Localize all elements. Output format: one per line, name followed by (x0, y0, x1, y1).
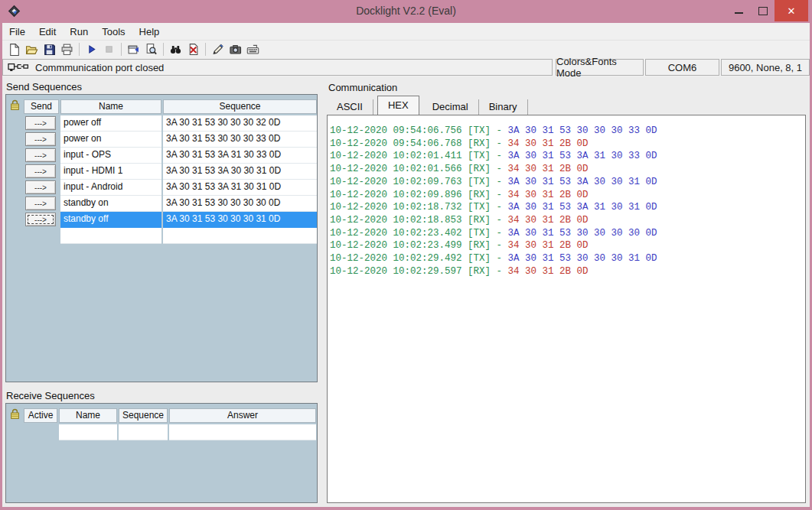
maximize-button[interactable] (751, 0, 774, 21)
log-bytes: 3A 30 31 53 3A 30 30 31 0D (508, 177, 657, 187)
sequence-name-cell[interactable]: power off (60, 115, 161, 132)
menu-item[interactable]: Run (63, 24, 95, 40)
toolbar-separator (121, 43, 122, 56)
send-sequences-label: Send Sequences (6, 81, 82, 93)
send-sequence-button[interactable]: ---> (25, 213, 56, 226)
notes-button[interactable] (210, 41, 226, 57)
sequence-hex-cell[interactable] (163, 228, 317, 244)
printer-icon (60, 43, 73, 56)
column-header-sequence: Sequence (119, 408, 168, 423)
log-bytes: 34 30 31 2B 0D (508, 138, 589, 149)
print-button[interactable] (59, 41, 75, 57)
project-settings-button[interactable] (126, 41, 142, 57)
sequence-hex-cell[interactable]: 3A 30 31 53 30 30 30 30 0D (163, 196, 317, 212)
log-bytes: 3A 30 31 53 30 30 30 30 0D (508, 228, 657, 239)
sequence-row: ---> power on 3A 30 31 53 30 30 30 33 0D (6, 132, 317, 148)
menu-item[interactable]: Help (132, 24, 167, 40)
sequence-row: ---> input - Android 3A 30 31 53 3A 31 3… (6, 180, 317, 196)
serial-connector-icon (8, 62, 29, 73)
communication-status-segment: Commmunication port closed (2, 59, 553, 76)
keyboard-icon (246, 43, 259, 56)
send-sequence-button[interactable]: ---> (25, 148, 56, 162)
com-settings-segment[interactable]: 9600, None, 8, 1 (721, 59, 810, 76)
send-sequence-button[interactable]: ---> (25, 180, 56, 194)
log-timestamp: 10-12-2020 10:02:29.597 [RX] - (330, 266, 508, 277)
find-button[interactable] (168, 41, 184, 57)
menu-item[interactable]: File (2, 24, 32, 40)
titlebar[interactable]: Docklight V2.2 (Eval) ✕ (0, 0, 812, 23)
log-bytes: 34 30 31 2B 0D (508, 266, 589, 277)
sequence-name-cell[interactable]: standby off (60, 212, 161, 228)
document-red-x-icon (187, 43, 200, 56)
send-sequence-button[interactable]: ---> (25, 197, 56, 210)
minimize-button[interactable] (727, 0, 751, 21)
communication-label: Communication (328, 82, 397, 93)
sequence-hex-cell[interactable]: 3A 30 31 53 3A 30 30 31 0D (163, 164, 317, 180)
receive-name-cell[interactable] (59, 424, 117, 440)
sequence-name-cell[interactable]: input - OPS (60, 148, 161, 164)
send-sequence-button[interactable]: ---> (25, 132, 56, 146)
log-timestamp: 10-12-2020 10:02:18.732 [TX] - (330, 202, 508, 213)
edit-mode-button[interactable] (143, 41, 159, 57)
close-button[interactable]: ✕ (774, 0, 808, 21)
send-sequence-button[interactable]: ---> (25, 164, 56, 178)
send-sequence-button[interactable]: ---> (25, 116, 56, 130)
log-bytes: 34 30 31 2B 0D (508, 215, 589, 226)
sequence-name-cell[interactable]: power on (60, 132, 161, 148)
column-header-name: Name (59, 408, 117, 423)
sequence-hex-cell[interactable]: 3A 30 31 53 3A 31 30 33 0D (163, 148, 317, 164)
menu-item[interactable]: Tools (95, 24, 132, 40)
sequence-hex-cell[interactable]: 3A 30 31 53 30 30 30 33 0D (163, 132, 317, 148)
sequence-row: ---> input - HDMI 1 3A 30 31 53 3A 30 30… (6, 164, 317, 180)
stop-communication-button[interactable] (101, 41, 117, 57)
receive-sequence-cell[interactable] (119, 424, 168, 440)
communication-tab[interactable]: HEX (377, 96, 419, 115)
save-button[interactable] (41, 41, 57, 57)
receive-answer-cell[interactable] (169, 424, 316, 440)
lock-icon (9, 99, 21, 114)
minimize-icon (735, 12, 743, 14)
communication-log[interactable]: 10-12-2020 09:54:06.756 [TX] - 3A 30 31 … (327, 115, 806, 503)
sequence-name-cell[interactable]: input - HDMI 1 (60, 164, 161, 180)
toolbar-separator (163, 43, 164, 56)
sequence-hex-cell[interactable]: 3A 30 31 53 30 30 30 31 0D (163, 212, 317, 228)
log-line: 10-12-2020 10:02:29.492 [TX] - 3A 30 31 … (330, 252, 805, 265)
sequence-name-cell[interactable] (60, 228, 161, 244)
communication-tab[interactable]: Decimal (422, 99, 479, 115)
com-port-segment[interactable]: COM6 (645, 59, 719, 76)
save-floppy-icon (43, 43, 56, 56)
communication-tab[interactable]: Binary (479, 99, 528, 115)
receive-sequences-label: Receive Sequences (6, 390, 95, 401)
communication-tab[interactable]: ASCII (327, 99, 373, 115)
sequence-hex-cell[interactable]: 3A 30 31 53 3A 31 30 31 0D (163, 180, 317, 196)
keyboard-console-button[interactable] (245, 41, 261, 57)
column-header-name: Name (60, 99, 161, 114)
clear-communication-button[interactable] (185, 41, 201, 57)
log-timestamp: 10-12-2020 10:02:29.492 [TX] - (330, 253, 508, 264)
receive-sequences-panel: Active Name Sequence Answer (5, 403, 318, 503)
sequence-name-cell[interactable]: standby on (60, 196, 161, 212)
log-line: 10-12-2020 09:54:06.756 [TX] - 3A 30 31 … (330, 125, 805, 138)
sequence-name-cell[interactable]: input - Android (60, 180, 161, 196)
sequence-hex-cell[interactable]: 3A 30 31 53 30 30 30 32 0D (163, 115, 317, 132)
log-bytes: 3A 30 31 53 3A 31 30 31 0D (508, 202, 657, 213)
log-bytes: 3A 30 31 53 3A 31 30 33 0D (508, 151, 657, 161)
sequence-row: ---> standby off 3A 30 31 53 30 30 30 31… (6, 212, 317, 228)
open-file-button[interactable] (24, 41, 40, 57)
close-icon: ✕ (788, 5, 796, 17)
send-sequences-panel: Send Name Sequence ---> power off 3A 30 … (5, 94, 318, 382)
new-file-icon (8, 43, 21, 56)
pen-icon (211, 43, 224, 56)
communication-tabs: ASCIIHEXDecimalBinary (327, 97, 528, 115)
sequence-row: ---> power off 3A 30 31 53 30 30 30 32 0… (6, 115, 317, 132)
log-line: 10-12-2020 09:54:06.768 [RX] - 34 30 31 … (330, 138, 805, 151)
log-timestamp: 10-12-2020 09:54:06.756 [TX] - (330, 125, 508, 136)
colors-fonts-mode-segment[interactable]: Colors&Fonts Mode (556, 59, 644, 76)
column-header-sequence: Sequence (163, 99, 317, 114)
log-bytes: 34 30 31 2B 0D (508, 164, 589, 174)
snapshot-button[interactable] (227, 41, 243, 57)
menu-item[interactable]: Edit (32, 24, 63, 40)
new-file-button[interactable] (6, 41, 22, 57)
start-communication-button[interactable] (83, 41, 99, 57)
log-line: 10-12-2020 10:02:01.566 [RX] - 34 30 31 … (330, 163, 805, 176)
